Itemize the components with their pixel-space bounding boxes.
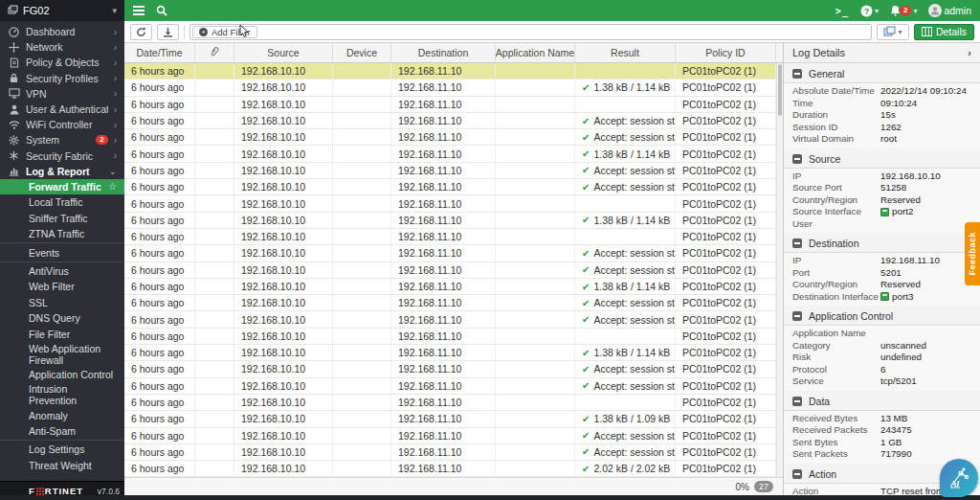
column-header-result[interactable]: Result (575, 43, 676, 62)
table-row[interactable]: 6 hours ago192.168.10.10192.168.11.10✔Ac… (124, 262, 776, 279)
sidebar-item-dashboard[interactable]: Dashboard› (0, 24, 124, 39)
sidebar-subitem-events[interactable]: Events (0, 244, 124, 260)
sidebar-subitem-label: Log Settings (29, 443, 84, 455)
sidebar-subitem-forward-traffic[interactable]: Forward Traffic☆ (0, 179, 124, 194)
table-row[interactable]: 6 hours ago192.168.10.10192.168.11.10✔Ac… (124, 444, 776, 461)
notifications-bell-icon[interactable]: 2 ▾ (890, 5, 917, 16)
details-toggle-button[interactable]: Details (914, 24, 974, 40)
table-row[interactable]: 6 hours ago192.168.10.10192.168.11.10✔Ac… (124, 378, 776, 395)
sidebar-subitem-log-settings[interactable]: Log Settings (0, 442, 124, 457)
section-header-destination[interactable]: Destination (784, 233, 980, 252)
column-header-device[interactable]: Device (333, 43, 391, 62)
cell-text: 6 hours ago (131, 131, 184, 143)
sidebar-subitem-threat-weight[interactable]: Threat Weight (0, 458, 124, 473)
table-cell: 192.168.10.10 (234, 245, 333, 261)
collapse-panel-icon[interactable]: › (968, 47, 971, 58)
section-header-data[interactable]: Data (784, 391, 980, 410)
chevron-down-icon: ▾ (112, 6, 117, 15)
table-row[interactable]: 6 hours ago192.168.10.10192.168.11.10✔1.… (124, 345, 776, 361)
table-cell: 6 hours ago (124, 195, 195, 211)
menu-icon[interactable] (133, 6, 145, 15)
sidebar-subitem-antivirus[interactable]: AntiVirus (0, 263, 124, 279)
ai-assistant-button[interactable]: AI (940, 459, 978, 497)
sidebar-subitem-intrusion-prevention[interactable]: Intrusion Prevention (0, 382, 124, 407)
table-row[interactable]: 6 hours ago192.168.10.10192.168.11.10✔1.… (124, 411, 776, 427)
table-row[interactable]: 6 hours ago192.168.10.10192.168.11.10PC0… (124, 195, 776, 212)
table-row[interactable]: 6 hours ago192.168.10.10192.168.11.10✔1.… (124, 213, 776, 229)
table-cell (195, 444, 234, 460)
table-row[interactable]: 6 hours ago192.168.10.10192.168.11.10PC0… (124, 63, 776, 80)
sidebar-subitem-local-traffic[interactable]: Local Traffic (0, 194, 124, 210)
sidebar-item-user-authentication[interactable]: User & Authentication› (0, 102, 124, 117)
pane-layout-button[interactable]: ▾ (877, 24, 909, 40)
table-row[interactable]: 6 hours ago192.168.10.10192.168.11.10✔Ac… (124, 113, 776, 129)
table-row[interactable]: 6 hours ago192.168.10.10192.168.11.10✔1.… (124, 279, 776, 295)
table-row[interactable]: 6 hours ago192.168.10.10192.168.11.10✔Ac… (124, 361, 776, 377)
detail-value-text: port2 (892, 206, 913, 218)
sidebar-item-wifi-controller[interactable]: WiFi Controller› (0, 117, 124, 132)
feedback-tab[interactable]: Feedback (965, 222, 980, 285)
sidebar-subitem-anti-spam[interactable]: Anti-Spam (0, 423, 124, 439)
section-header-source[interactable]: Source (784, 148, 980, 168)
cell-text: 192.168.10.10 (241, 281, 305, 292)
user-menu[interactable]: admin (928, 4, 971, 17)
table-row[interactable]: 6 hours ago192.168.10.10192.168.11.10✔Ac… (124, 311, 776, 328)
sidebar-subitem-web-application-firewall[interactable]: Web Application Firewall (0, 342, 124, 367)
sidebar-subitem-ztna-traffic[interactable]: ZTNA Traffic (0, 226, 124, 241)
sidebar-item-security-fabric[interactable]: Security Fabric› (0, 148, 124, 164)
search-icon[interactable] (156, 5, 167, 16)
table-row[interactable]: 6 hours ago192.168.10.10192.168.11.10PC0… (124, 395, 776, 411)
table-row[interactable]: 6 hours ago192.168.10.10192.168.11.10✔Ac… (124, 295, 776, 311)
table-row[interactable]: 6 hours ago192.168.10.10192.168.11.10PC0… (124, 329, 776, 345)
table-row[interactable]: 6 hours ago192.168.10.10192.168.11.10✔Ac… (124, 129, 776, 146)
sidebar-item-network[interactable]: Network› (0, 39, 124, 55)
sidebar-subitem-application-control[interactable]: Application Control (0, 367, 124, 382)
sidebar-item-policy-objects[interactable]: Policy & Objects› (0, 55, 124, 70)
help-icon[interactable]: ? ▾ (860, 5, 879, 17)
device-selector[interactable]: FG02 ▾ (0, 0, 124, 21)
table-row[interactable]: 6 hours ago192.168.10.10192.168.11.10✔Ac… (124, 245, 776, 261)
cell-text: 6 hours ago (131, 430, 184, 442)
cell-text: 192.168.10.10 (241, 247, 305, 259)
table-row[interactable]: 6 hours ago192.168.10.10192.168.11.10✔Ac… (124, 163, 776, 179)
sidebar-item-vpn[interactable]: VPN› (0, 86, 124, 102)
column-header-source[interactable]: Source (234, 43, 333, 62)
table-row[interactable]: 6 hours ago192.168.10.10192.168.11.10✔Ac… (124, 428, 776, 444)
column-header-policy-id[interactable]: Policy ID (676, 43, 776, 62)
section-header-application-control[interactable]: Application Control (784, 306, 980, 325)
cell-text: 192.168.11.10 (398, 330, 461, 342)
policy-id-text: PC01toPC02 (1) (682, 215, 756, 226)
table-cell (333, 428, 391, 443)
section-header-general[interactable]: General (784, 63, 980, 82)
detail-value: tcp/5201 (880, 375, 971, 388)
sidebar-subitem-dns-query[interactable]: DNS Query (0, 310, 124, 326)
column-header-application-name[interactable]: Application Name (496, 43, 575, 62)
sidebar-subitem-sniffer-traffic[interactable]: Sniffer Traffic (0, 211, 124, 226)
policy-id-text: PC01toPC02 (1) (682, 413, 756, 424)
column-header-destination[interactable]: Destination (391, 43, 496, 62)
filter-search-bar[interactable]: Add Filter (189, 24, 872, 40)
column-header-attachment[interactable] (195, 43, 234, 62)
vertical-scrollbar[interactable] (776, 63, 783, 477)
table-row[interactable]: 6 hours ago192.168.10.10192.168.11.10PC0… (124, 97, 776, 113)
sidebar-item-system[interactable]: System2› (0, 132, 124, 148)
sidebar-item-security-profiles[interactable]: Security Profiles› (0, 71, 124, 86)
column-header-date-time[interactable]: Date/Time (124, 43, 195, 62)
sidebar-subitem-file-filter[interactable]: File Filter (0, 326, 124, 341)
sidebar-subitem-web-filter[interactable]: Web Filter (0, 279, 124, 294)
download-button[interactable] (157, 24, 179, 40)
table-row[interactable]: 6 hours ago192.168.10.10192.168.11.10✔2.… (124, 461, 776, 477)
table-row[interactable]: 6 hours ago192.168.10.10192.168.11.10PC0… (124, 229, 776, 245)
table-cell (195, 213, 234, 228)
scrollbar-thumb[interactable] (778, 64, 782, 116)
cell-text: 192.168.10.10 (241, 330, 305, 342)
sidebar-item-log-report[interactable]: Log & Report⌄ (0, 164, 124, 179)
sidebar-subitem-anomaly[interactable]: Anomaly (0, 407, 124, 422)
refresh-button[interactable] (130, 24, 152, 40)
table-row[interactable]: 6 hours ago192.168.10.10192.168.11.10✔1.… (124, 80, 776, 96)
table-row[interactable]: 6 hours ago192.168.10.10192.168.11.10✔1.… (124, 146, 776, 162)
sidebar-subitem-ssl[interactable]: SSL (0, 295, 124, 310)
cli-console-icon[interactable]: >_ (835, 6, 849, 16)
checkmark-icon: ✔ (582, 446, 590, 457)
table-row[interactable]: 6 hours ago192.168.10.10192.168.11.10✔Ac… (124, 179, 776, 195)
